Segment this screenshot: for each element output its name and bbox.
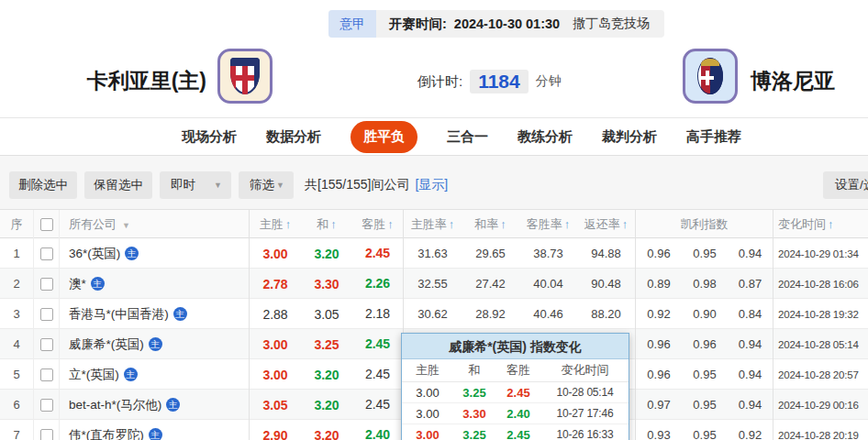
company-name: 36*(英国) xyxy=(69,246,120,262)
odds-home[interactable]: 2.90 xyxy=(250,428,301,440)
company-cell[interactable]: 香港马*(中国香港) 主 xyxy=(60,299,250,329)
odds-home[interactable]: 3.00 xyxy=(250,337,301,352)
time-filter-value: 即时 xyxy=(171,177,195,193)
odds-draw[interactable]: 3.20 xyxy=(301,428,352,440)
popup-odds-away: 2.45 xyxy=(495,386,541,400)
row-checkbox[interactable] xyxy=(40,368,53,381)
league-badge[interactable]: 意甲 xyxy=(328,10,376,38)
settings-button[interactable]: 设置/选择 xyxy=(823,171,868,199)
kelly-away: 0.94 xyxy=(728,359,773,390)
odds-home[interactable]: 3.00 xyxy=(250,368,301,382)
row-checkbox-cell xyxy=(34,299,60,329)
nav-tab[interactable]: 三合一 xyxy=(447,128,488,146)
nav-tab[interactable]: 胜平负 xyxy=(351,121,417,153)
odds-away[interactable]: 2.45 xyxy=(352,359,404,390)
row-number: 5 xyxy=(0,359,34,390)
row-checkbox-cell xyxy=(34,269,60,299)
company-cell[interactable]: 36*(英国) 主 xyxy=(60,238,250,269)
header-home-rate[interactable]: 主胜率↑ xyxy=(404,216,462,233)
header-home-odds[interactable]: 主胜↑ xyxy=(250,216,301,233)
kelly-away: 0.94 xyxy=(728,329,773,359)
changed-time: 2024-10-28 16:06 xyxy=(773,279,868,290)
row-checkbox[interactable] xyxy=(40,399,53,412)
popup-odds-draw: 3.25 xyxy=(453,428,495,440)
odds-away[interactable]: 2.45 xyxy=(352,238,404,269)
row-checkbox[interactable] xyxy=(40,248,53,260)
company-cell[interactable]: bet-at-h*(马尔他) 主 xyxy=(60,390,250,420)
row-checkbox[interactable] xyxy=(40,338,53,351)
popup-odds-away: 2.40 xyxy=(495,407,541,421)
company-count: 共[155/155]间公司 xyxy=(305,177,409,193)
odds-away[interactable]: 2.45 xyxy=(352,329,404,359)
odds-draw[interactable]: 3.25 xyxy=(301,337,352,352)
row-checkbox-cell xyxy=(34,359,60,390)
header-checkbox-cell xyxy=(34,210,60,238)
odds-home[interactable]: 3.00 xyxy=(250,247,301,261)
changed-time: 2024-10-28 19:32 xyxy=(773,309,868,320)
row-checkbox-cell xyxy=(34,329,60,359)
changed-time: 2024-10-29 01:34 xyxy=(773,248,868,259)
popup-odds-draw: 3.25 xyxy=(453,386,495,400)
header-away-odds[interactable]: 客胜↑ xyxy=(352,210,404,238)
popup-odds-draw: 3.30 xyxy=(453,407,495,421)
delete-selected-button[interactable]: 删除选中 xyxy=(9,171,77,199)
odds-draw[interactable]: 3.20 xyxy=(301,247,352,261)
home-marker-icon: 主 xyxy=(149,337,162,351)
odds-draw[interactable]: 3.20 xyxy=(301,398,352,412)
odds-away[interactable]: 2.26 xyxy=(352,269,404,299)
company-cell[interactable]: 澳* 主 xyxy=(60,269,250,299)
odds-away[interactable]: 2.18 xyxy=(352,299,404,329)
show-link[interactable]: [显示] xyxy=(415,177,448,193)
odds-away[interactable]: 2.40 xyxy=(352,420,404,440)
kelly-home: 0.96 xyxy=(636,247,682,260)
changed-time: 2024-10-28 05:14 xyxy=(773,339,868,350)
kelly-draw: 0.95 xyxy=(682,428,728,440)
venue: 撒丁岛竞技场 xyxy=(573,16,650,32)
nav-tab[interactable]: 裁判分析 xyxy=(602,128,657,146)
nav-tab[interactable]: 现场分析 xyxy=(182,128,237,146)
nav-tab[interactable]: 教练分析 xyxy=(517,128,573,146)
popup-odds-home: 3.00 xyxy=(402,386,453,400)
time-filter-dropdown[interactable]: 即时 ▼ xyxy=(160,171,231,199)
company-name: 立*(英国) xyxy=(69,367,119,383)
select-all-checkbox[interactable] xyxy=(40,218,53,231)
company-cell[interactable]: 威廉希*(英国) 主 xyxy=(60,329,250,359)
company-name: 澳* xyxy=(69,276,86,292)
kelly-home: 0.97 xyxy=(636,398,682,412)
company-cell[interactable]: 立*(英国) 主 xyxy=(60,359,250,390)
popup-header-home: 主胜 xyxy=(402,362,453,379)
row-checkbox[interactable] xyxy=(40,308,53,321)
header-changed-time[interactable]: 变化时间↑ xyxy=(773,216,868,233)
home-marker-icon: 主 xyxy=(125,247,139,260)
sort-up-icon: ↑ xyxy=(500,217,506,231)
chevron-down-icon: ▼ xyxy=(214,181,222,190)
company-name: 伟*(直布罗陀) xyxy=(69,427,144,440)
odds-home[interactable]: 2.88 xyxy=(250,307,301,322)
return-rate: 88.20 xyxy=(577,299,636,329)
header-draw-rate[interactable]: 和率↑ xyxy=(462,216,519,233)
odds-draw[interactable]: 3.30 xyxy=(301,277,352,292)
header-return-rate[interactable]: 返还率↑ xyxy=(577,210,636,238)
row-checkbox[interactable] xyxy=(40,278,53,291)
filter-dropdown[interactable]: 筛选 ▼ xyxy=(239,171,294,199)
changed-time: 2024-10-28 20:57 xyxy=(773,369,868,380)
row-checkbox[interactable] xyxy=(40,429,53,440)
odds-home[interactable]: 2.78 xyxy=(250,277,301,292)
header-draw-odds[interactable]: 和↑ xyxy=(301,216,352,233)
odds-away[interactable]: 2.45 xyxy=(352,390,404,420)
cagliari-crest-icon xyxy=(230,58,260,94)
away-team-logo xyxy=(683,49,738,104)
odds-draw[interactable]: 3.20 xyxy=(301,368,352,382)
odds-draw[interactable]: 3.05 xyxy=(301,307,352,322)
company-cell[interactable]: 伟*(直布罗陀) 主 xyxy=(60,420,250,440)
row-checkbox-cell xyxy=(34,238,60,269)
popup-row: 3.00 3.25 2.45 10-28 05:14 xyxy=(402,382,629,403)
company-name: 香港马*(中国香港) xyxy=(69,306,169,323)
row-number: 3 xyxy=(0,299,34,329)
nav-tab[interactable]: 数据分析 xyxy=(266,128,321,146)
header-company[interactable]: 所有公司▼ xyxy=(60,210,250,238)
keep-selected-button[interactable]: 保留选中 xyxy=(84,171,152,199)
odds-home[interactable]: 3.05 xyxy=(250,398,301,412)
header-away-rate[interactable]: 客胜率↑ xyxy=(519,216,577,233)
nav-tab[interactable]: 高手推荐 xyxy=(686,128,741,146)
